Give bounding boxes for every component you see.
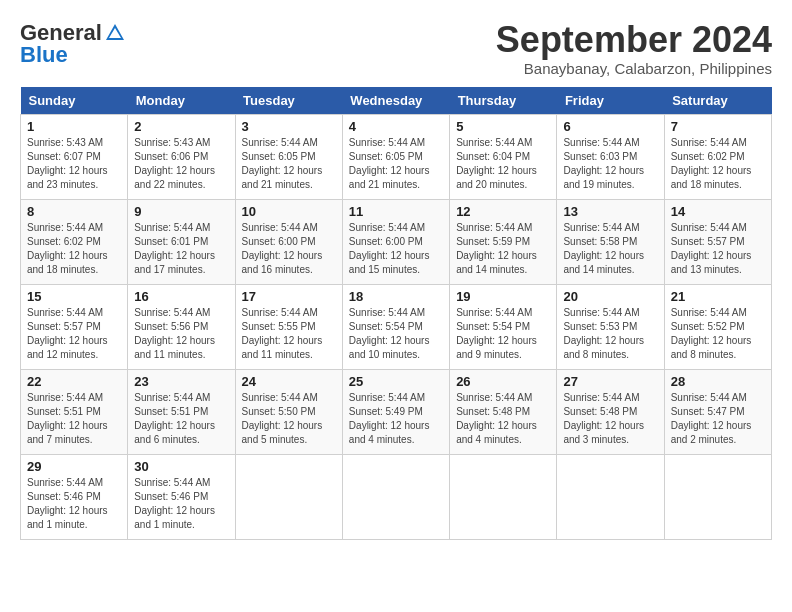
day-info: Sunrise: 5:43 AMSunset: 6:06 PMDaylight:…	[134, 137, 215, 190]
day-number: 21	[671, 289, 765, 304]
day-number: 6	[563, 119, 657, 134]
day-info: Sunrise: 5:44 AMSunset: 6:02 PMDaylight:…	[27, 222, 108, 275]
day-info: Sunrise: 5:44 AMSunset: 5:59 PMDaylight:…	[456, 222, 537, 275]
calendar-cell: 24 Sunrise: 5:44 AMSunset: 5:50 PMDaylig…	[235, 369, 342, 454]
day-info: Sunrise: 5:44 AMSunset: 5:51 PMDaylight:…	[27, 392, 108, 445]
calendar-cell	[342, 454, 449, 539]
calendar-cell: 3 Sunrise: 5:44 AMSunset: 6:05 PMDayligh…	[235, 114, 342, 199]
day-number: 20	[563, 289, 657, 304]
day-number: 18	[349, 289, 443, 304]
calendar-cell: 29 Sunrise: 5:44 AMSunset: 5:46 PMDaylig…	[21, 454, 128, 539]
calendar-cell	[664, 454, 771, 539]
title-section: September 2024 Banaybanay, Calabarzon, P…	[496, 20, 772, 77]
day-number: 26	[456, 374, 550, 389]
month-title: September 2024	[496, 20, 772, 60]
calendar-cell: 8 Sunrise: 5:44 AMSunset: 6:02 PMDayligh…	[21, 199, 128, 284]
day-number: 9	[134, 204, 228, 219]
header-tuesday: Tuesday	[235, 87, 342, 115]
day-info: Sunrise: 5:44 AMSunset: 6:04 PMDaylight:…	[456, 137, 537, 190]
header-wednesday: Wednesday	[342, 87, 449, 115]
calendar-cell: 23 Sunrise: 5:44 AMSunset: 5:51 PMDaylig…	[128, 369, 235, 454]
day-info: Sunrise: 5:44 AMSunset: 5:48 PMDaylight:…	[563, 392, 644, 445]
day-info: Sunrise: 5:44 AMSunset: 6:00 PMDaylight:…	[349, 222, 430, 275]
day-info: Sunrise: 5:44 AMSunset: 6:03 PMDaylight:…	[563, 137, 644, 190]
calendar-week-5: 29 Sunrise: 5:44 AMSunset: 5:46 PMDaylig…	[21, 454, 772, 539]
day-info: Sunrise: 5:44 AMSunset: 5:47 PMDaylight:…	[671, 392, 752, 445]
calendar-cell: 7 Sunrise: 5:44 AMSunset: 6:02 PMDayligh…	[664, 114, 771, 199]
day-number: 15	[27, 289, 121, 304]
calendar-cell: 9 Sunrise: 5:44 AMSunset: 6:01 PMDayligh…	[128, 199, 235, 284]
day-info: Sunrise: 5:44 AMSunset: 5:51 PMDaylight:…	[134, 392, 215, 445]
calendar-cell: 22 Sunrise: 5:44 AMSunset: 5:51 PMDaylig…	[21, 369, 128, 454]
calendar-table: SundayMondayTuesdayWednesdayThursdayFrid…	[20, 87, 772, 540]
day-number: 27	[563, 374, 657, 389]
calendar-cell: 13 Sunrise: 5:44 AMSunset: 5:58 PMDaylig…	[557, 199, 664, 284]
header-sunday: Sunday	[21, 87, 128, 115]
day-info: Sunrise: 5:44 AMSunset: 5:56 PMDaylight:…	[134, 307, 215, 360]
day-info: Sunrise: 5:44 AMSunset: 5:46 PMDaylight:…	[27, 477, 108, 530]
calendar-cell: 26 Sunrise: 5:44 AMSunset: 5:48 PMDaylig…	[450, 369, 557, 454]
calendar-cell: 25 Sunrise: 5:44 AMSunset: 5:49 PMDaylig…	[342, 369, 449, 454]
day-number: 10	[242, 204, 336, 219]
calendar-cell: 18 Sunrise: 5:44 AMSunset: 5:54 PMDaylig…	[342, 284, 449, 369]
calendar-cell: 15 Sunrise: 5:44 AMSunset: 5:57 PMDaylig…	[21, 284, 128, 369]
calendar-week-1: 1 Sunrise: 5:43 AMSunset: 6:07 PMDayligh…	[21, 114, 772, 199]
calendar-cell: 21 Sunrise: 5:44 AMSunset: 5:52 PMDaylig…	[664, 284, 771, 369]
calendar-cell: 27 Sunrise: 5:44 AMSunset: 5:48 PMDaylig…	[557, 369, 664, 454]
day-info: Sunrise: 5:44 AMSunset: 5:55 PMDaylight:…	[242, 307, 323, 360]
day-number: 8	[27, 204, 121, 219]
calendar-cell: 5 Sunrise: 5:44 AMSunset: 6:04 PMDayligh…	[450, 114, 557, 199]
day-number: 11	[349, 204, 443, 219]
day-info: Sunrise: 5:44 AMSunset: 5:57 PMDaylight:…	[671, 222, 752, 275]
day-number: 12	[456, 204, 550, 219]
logo-blue-text: Blue	[20, 42, 68, 68]
day-info: Sunrise: 5:44 AMSunset: 5:52 PMDaylight:…	[671, 307, 752, 360]
calendar-cell	[235, 454, 342, 539]
day-number: 5	[456, 119, 550, 134]
day-number: 30	[134, 459, 228, 474]
calendar-cell: 28 Sunrise: 5:44 AMSunset: 5:47 PMDaylig…	[664, 369, 771, 454]
day-info: Sunrise: 5:44 AMSunset: 5:58 PMDaylight:…	[563, 222, 644, 275]
day-info: Sunrise: 5:43 AMSunset: 6:07 PMDaylight:…	[27, 137, 108, 190]
day-number: 7	[671, 119, 765, 134]
calendar-cell: 17 Sunrise: 5:44 AMSunset: 5:55 PMDaylig…	[235, 284, 342, 369]
day-info: Sunrise: 5:44 AMSunset: 5:48 PMDaylight:…	[456, 392, 537, 445]
day-number: 4	[349, 119, 443, 134]
day-number: 16	[134, 289, 228, 304]
logo-icon	[104, 22, 126, 44]
calendar-cell: 4 Sunrise: 5:44 AMSunset: 6:05 PMDayligh…	[342, 114, 449, 199]
day-info: Sunrise: 5:44 AMSunset: 6:00 PMDaylight:…	[242, 222, 323, 275]
calendar-cell: 11 Sunrise: 5:44 AMSunset: 6:00 PMDaylig…	[342, 199, 449, 284]
page-header: General Blue September 2024 Banaybanay, …	[20, 20, 772, 77]
day-number: 24	[242, 374, 336, 389]
calendar-week-2: 8 Sunrise: 5:44 AMSunset: 6:02 PMDayligh…	[21, 199, 772, 284]
logo: General Blue	[20, 20, 126, 68]
calendar-cell: 1 Sunrise: 5:43 AMSunset: 6:07 PMDayligh…	[21, 114, 128, 199]
day-info: Sunrise: 5:44 AMSunset: 5:49 PMDaylight:…	[349, 392, 430, 445]
day-number: 28	[671, 374, 765, 389]
day-number: 22	[27, 374, 121, 389]
day-info: Sunrise: 5:44 AMSunset: 6:02 PMDaylight:…	[671, 137, 752, 190]
location-text: Banaybanay, Calabarzon, Philippines	[496, 60, 772, 77]
day-number: 2	[134, 119, 228, 134]
calendar-cell: 6 Sunrise: 5:44 AMSunset: 6:03 PMDayligh…	[557, 114, 664, 199]
day-number: 13	[563, 204, 657, 219]
day-info: Sunrise: 5:44 AMSunset: 5:57 PMDaylight:…	[27, 307, 108, 360]
day-info: Sunrise: 5:44 AMSunset: 5:53 PMDaylight:…	[563, 307, 644, 360]
day-info: Sunrise: 5:44 AMSunset: 5:54 PMDaylight:…	[349, 307, 430, 360]
calendar-cell	[450, 454, 557, 539]
calendar-cell: 10 Sunrise: 5:44 AMSunset: 6:00 PMDaylig…	[235, 199, 342, 284]
calendar-week-4: 22 Sunrise: 5:44 AMSunset: 5:51 PMDaylig…	[21, 369, 772, 454]
day-number: 25	[349, 374, 443, 389]
day-info: Sunrise: 5:44 AMSunset: 5:50 PMDaylight:…	[242, 392, 323, 445]
calendar-cell: 2 Sunrise: 5:43 AMSunset: 6:06 PMDayligh…	[128, 114, 235, 199]
day-info: Sunrise: 5:44 AMSunset: 6:05 PMDaylight:…	[349, 137, 430, 190]
day-number: 23	[134, 374, 228, 389]
day-number: 1	[27, 119, 121, 134]
header-friday: Friday	[557, 87, 664, 115]
day-info: Sunrise: 5:44 AMSunset: 5:46 PMDaylight:…	[134, 477, 215, 530]
day-number: 3	[242, 119, 336, 134]
calendar-cell: 19 Sunrise: 5:44 AMSunset: 5:54 PMDaylig…	[450, 284, 557, 369]
calendar-cell: 14 Sunrise: 5:44 AMSunset: 5:57 PMDaylig…	[664, 199, 771, 284]
header-saturday: Saturday	[664, 87, 771, 115]
